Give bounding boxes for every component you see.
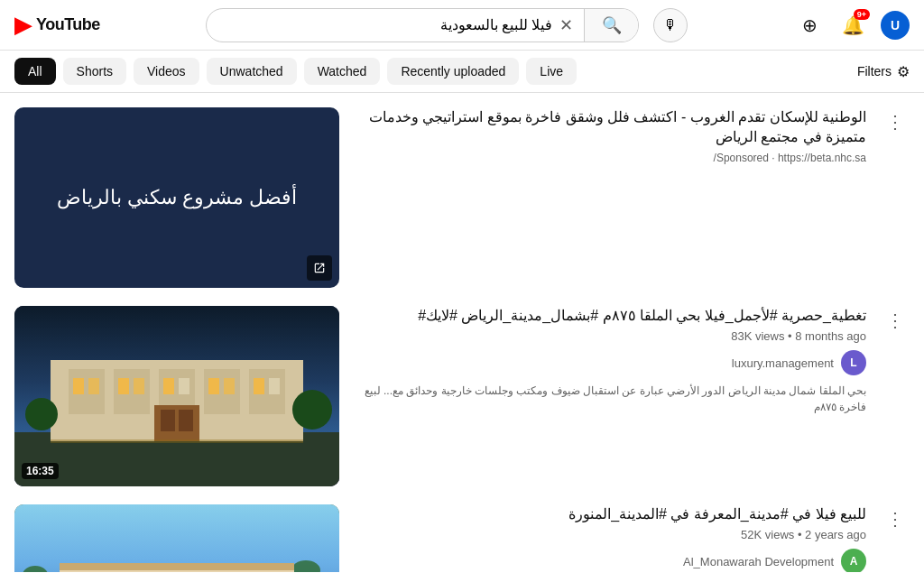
tab-all[interactable]: All <box>14 58 56 85</box>
villa2-channel-avatar: A <box>841 549 866 572</box>
villa2-thumbnail[interactable]: ⏱ <box>14 504 339 572</box>
villa2-meta: 52K views • 2 years ago <box>354 528 866 541</box>
search-icon: 🔍 <box>602 15 622 35</box>
result-villa1-card: 16:35 تغطية_حصرية #لأجمل_فيلا بحي الملقا… <box>14 306 910 486</box>
search-clear-button[interactable]: ✕ <box>559 15 573 35</box>
villa2-card-info: للبيع فيلا في #مدينة_المعرفة في #المدينة… <box>354 504 866 572</box>
mic-icon: 🎙 <box>663 17 678 33</box>
create-icon: ⊕ <box>802 14 818 36</box>
svg-rect-11 <box>118 378 129 394</box>
svg-rect-25 <box>14 504 339 572</box>
svg-rect-18 <box>269 378 280 394</box>
tab-videos[interactable]: Videos <box>134 58 199 85</box>
villa1-channel-avatar: L <box>841 350 866 375</box>
external-link-icon <box>307 255 332 281</box>
svg-rect-14 <box>179 378 189 394</box>
ad-card-info: الوطنية للإسكان تقدم الغروب - اكتشف فلل … <box>354 107 866 171</box>
filter-bar: All Shorts Videos Unwatched Watched Rece… <box>0 51 924 93</box>
filters-label: Filters <box>857 64 892 79</box>
search-submit-button[interactable]: 🔍 <box>584 8 638 42</box>
filters-control[interactable]: Filters ⚙ <box>857 63 910 80</box>
search-section: ✕ 🔍 🎙 <box>206 8 688 42</box>
villa1-meta: 83K views • 8 months ago <box>354 329 866 343</box>
villa1-thumbnail[interactable]: 16:35 <box>14 306 339 486</box>
svg-rect-9 <box>73 378 84 394</box>
svg-rect-21 <box>179 410 193 431</box>
youtube-logo-icon: ▶ <box>14 11 32 39</box>
filters-icon: ⚙ <box>897 63 910 80</box>
header: ▶ YouTube ✕ 🔍 🎙 ⊕ 🔔 9+ U <box>0 0 924 51</box>
tab-unwatched[interactable]: Unwatched <box>207 58 297 85</box>
svg-rect-16 <box>224 378 235 394</box>
svg-rect-17 <box>254 378 264 394</box>
tab-recently-uploaded[interactable]: Recently uploaded <box>387 58 519 85</box>
logo[interactable]: ▶ YouTube <box>14 11 100 39</box>
svg-point-23 <box>292 390 332 430</box>
svg-rect-36 <box>60 563 294 570</box>
villa1-channel-name[interactable]: luxury.management <box>732 356 834 370</box>
results-container: أفضل مشروع سكني بالرياض الوطنية للإسكان … <box>0 93 924 572</box>
villa1-title[interactable]: تغطية_حصرية #لأجمل_فيلا بحي الملقا ٨٧٥م … <box>354 306 866 326</box>
header-left: ▶ YouTube <box>14 11 100 39</box>
result-villa2-card: ⏱ للبيع فيلا في #مدينة_المعرفة في #المدي… <box>14 504 910 572</box>
villa1-duration: 16:35 <box>22 463 59 479</box>
tab-shorts[interactable]: Shorts <box>63 58 126 85</box>
svg-point-22 <box>25 398 58 430</box>
tab-live[interactable]: Live <box>526 58 577 85</box>
villa2-title[interactable]: للبيع فيلا في #مدينة_المعرفة في #المدينة… <box>354 504 866 524</box>
svg-rect-10 <box>88 378 99 394</box>
notifications-badge: 9+ <box>854 9 870 20</box>
notifications-button[interactable]: 🔔 9+ <box>837 9 870 42</box>
create-button[interactable]: ⊕ <box>794 9 827 42</box>
villa1-channel: L luxury.management <box>354 350 866 375</box>
ad-menu-button[interactable]: ⋮ <box>881 107 910 136</box>
ad-title[interactable]: الوطنية للإسكان تقدم الغروب - اكتشف فلل … <box>354 107 866 148</box>
search-input[interactable] <box>217 17 552 33</box>
result-ad-card: أفضل مشروع سكني بالرياض الوطنية للإسكان … <box>14 107 910 288</box>
svg-rect-20 <box>161 410 175 431</box>
svg-rect-15 <box>208 378 219 394</box>
mic-button[interactable]: 🎙 <box>653 8 688 42</box>
svg-rect-12 <box>134 378 144 394</box>
villa2-channel-name[interactable]: Al_Monawarah Development <box>683 555 834 568</box>
villa2-channel: A Al_Monawarah Development <box>354 549 866 572</box>
villa1-card-info: تغطية_حصرية #لأجمل_فيلا بحي الملقا ٨٧٥م … <box>354 306 866 415</box>
search-input-wrapper: ✕ <box>207 15 584 35</box>
villa1-description: بحي الملقا شمال مدينة الرياض الدور الأرض… <box>354 383 866 415</box>
ad-sponsored-label: Sponsored · https://beta.nhc.sa/ <box>354 152 866 164</box>
svg-rect-13 <box>163 378 174 394</box>
logo-text: YouTube <box>36 15 100 34</box>
main-content: أفضل مشروع سكني بالرياض الوطنية للإسكان … <box>0 93 924 572</box>
ad-thumbnail[interactable]: أفضل مشروع سكني بالرياض <box>14 107 339 288</box>
header-right: ⊕ 🔔 9+ U <box>794 9 910 42</box>
search-bar: ✕ 🔍 <box>206 8 639 42</box>
avatar[interactable]: U <box>881 11 910 40</box>
tab-watched[interactable]: Watched <box>304 58 381 85</box>
villa1-menu-button[interactable]: ⋮ <box>881 306 910 335</box>
ad-thumbnail-text: أفضل مشروع سكني بالرياض <box>14 107 339 288</box>
svg-rect-24 <box>51 439 303 443</box>
villa2-menu-button[interactable]: ⋮ <box>881 504 910 533</box>
